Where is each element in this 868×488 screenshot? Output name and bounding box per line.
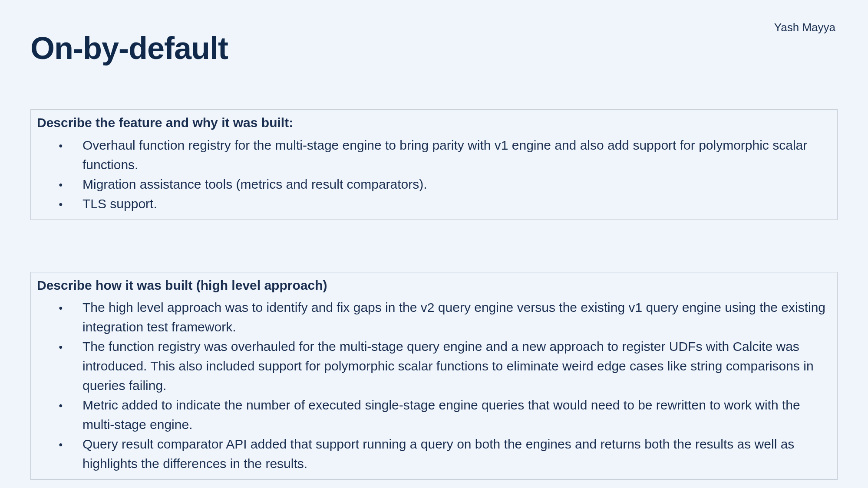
- bullet-item: Overhaul function registry for the multi…: [37, 135, 831, 174]
- bullet-list: Overhaul function registry for the multi…: [37, 135, 831, 213]
- bullet-item: Metric added to indicate the number of e…: [37, 395, 831, 434]
- bullet-item: The high level approach was to identify …: [37, 298, 831, 337]
- section-how-built: Describe how it was built (high level ap…: [30, 272, 838, 480]
- author-name: Yash Mayya: [774, 21, 835, 34]
- slide-title: On-by-default: [30, 30, 838, 66]
- bullet-item: Migration assistance tools (metrics and …: [37, 174, 831, 194]
- bullet-list: The high level approach was to identify …: [37, 298, 831, 473]
- section-feature-why: Describe the feature and why it was buil…: [30, 109, 838, 220]
- bullet-item: TLS support.: [37, 194, 831, 213]
- bullet-item: Query result comparator API added that s…: [37, 434, 831, 473]
- slide-container: Yash Mayya On-by-default Describe the fe…: [0, 0, 868, 488]
- section-heading: Describe how it was built (high level ap…: [37, 277, 831, 295]
- bullet-item: The function registry was overhauled for…: [37, 337, 831, 395]
- section-heading: Describe the feature and why it was buil…: [37, 114, 831, 132]
